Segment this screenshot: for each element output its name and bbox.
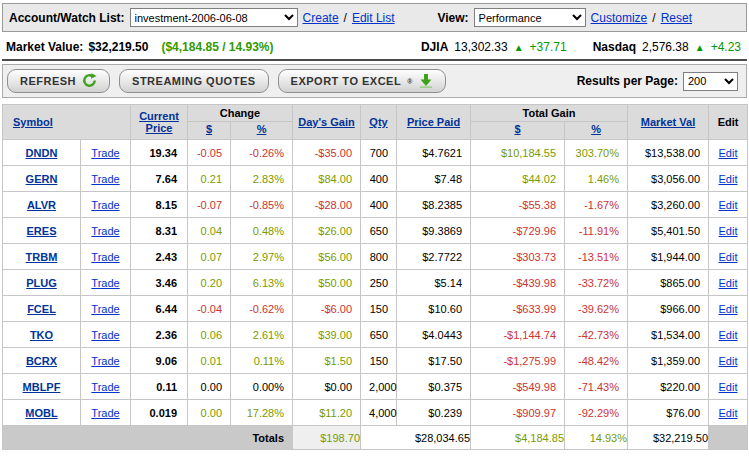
column-header-current-price[interactable]: Current Price [131, 105, 188, 140]
change-dollar-cell: 0.06 [188, 322, 231, 348]
days-gain-cell: $1.50 [293, 348, 361, 374]
streaming-quotes-button[interactable]: STREAMING QUOTES [119, 69, 269, 93]
symbol-link[interactable]: BCRX [26, 355, 57, 367]
trade-link[interactable]: Trade [91, 381, 119, 393]
view-select[interactable]: Performance [474, 8, 586, 27]
column-header-change-percent[interactable]: % [231, 122, 293, 140]
column-header-change-dollar[interactable]: $ [188, 122, 231, 140]
days-gain-cell: $39.00 [293, 322, 361, 348]
total-gain-dollar-cell: -$55.38 [471, 192, 565, 218]
customize-link[interactable]: Customize [591, 11, 648, 25]
column-header-days-gain[interactable]: Day's Gain [293, 105, 361, 140]
column-header-price-paid[interactable]: Price Paid [397, 105, 471, 140]
change-percent-cell: 0.00% [231, 374, 293, 400]
symbol-link[interactable]: ALVR [27, 199, 56, 211]
current-price-cell: 0.11 [131, 374, 188, 400]
change-percent-cell: 2.97% [231, 244, 293, 270]
edit-link[interactable]: Edit [719, 199, 738, 211]
symbol-link-cell: FCEL [3, 296, 81, 322]
symbol-link[interactable]: DNDN [26, 147, 58, 159]
column-header-edit: Edit [709, 105, 748, 140]
days-gain-cell: $0.00 [293, 374, 361, 400]
market-val-cell: $5,401.50 [628, 218, 709, 244]
symbol-link[interactable]: MOBL [25, 407, 57, 419]
market-val-cell: $220.00 [628, 374, 709, 400]
column-header-qty[interactable]: Qty [361, 105, 397, 140]
symbol-link[interactable]: PLUG [26, 277, 57, 289]
total-gain-dollar-cell: -$909.97 [471, 400, 565, 426]
trade-link[interactable]: Trade [91, 277, 119, 289]
column-header-total-gain-percent[interactable]: % [565, 122, 628, 140]
price-paid-cell: $9.3869 [397, 218, 471, 244]
trade-link[interactable]: Trade [91, 225, 119, 237]
symbol-link[interactable]: TKO [30, 329, 53, 341]
change-dollar-cell: 0.04 [188, 218, 231, 244]
symbol-link[interactable]: TRBM [26, 251, 58, 263]
market-val-cell: $13,538.00 [628, 140, 709, 166]
trade-link[interactable]: Trade [91, 355, 119, 367]
column-header-total-gain-dollar[interactable]: $ [471, 122, 565, 140]
refresh-icon [82, 73, 97, 90]
total-gain-dollar-cell: -$439.98 [471, 270, 565, 296]
symbol-link[interactable]: ERES [27, 225, 57, 237]
symbol-link-cell: ERES [3, 218, 81, 244]
trade-link-cell: Trade [81, 218, 131, 244]
edit-link[interactable]: Edit [719, 407, 738, 419]
change-dollar-cell: 0.00 [188, 374, 231, 400]
edit-link-cell: Edit [709, 374, 748, 400]
current-price-cell: 19.34 [131, 140, 188, 166]
column-header-symbol[interactable]: Symbol [3, 105, 131, 140]
current-price-cell: 8.15 [131, 192, 188, 218]
qty-cell: 800 [361, 244, 397, 270]
edit-link-cell: Edit [709, 218, 748, 244]
reset-link[interactable]: Reset [661, 11, 692, 25]
refresh-button[interactable]: REFRESH [7, 69, 110, 93]
column-header-market-val[interactable]: Market Val [628, 105, 709, 140]
edit-link[interactable]: Edit [719, 147, 738, 159]
account-watchlist-select[interactable]: investment-2006-06-08 [130, 8, 298, 27]
table-row: DNDNTrade19.34-0.05-0.26%-$35.00700$4.76… [3, 140, 748, 166]
current-price-cell: 0.019 [131, 400, 188, 426]
results-per-page-select[interactable]: 200 [683, 72, 738, 91]
symbol-link[interactable]: GERN [26, 173, 58, 185]
create-link[interactable]: Create [303, 11, 339, 25]
trade-link-cell: Trade [81, 400, 131, 426]
trade-link[interactable]: Trade [91, 173, 119, 185]
current-price-cell: 2.36 [131, 322, 188, 348]
total-gain-percent-cell: -71.43% [565, 374, 628, 400]
edit-link[interactable]: Edit [719, 381, 738, 393]
up-arrow-icon: ▲ [514, 42, 524, 53]
edit-link[interactable]: Edit [719, 277, 738, 289]
trade-link[interactable]: Trade [91, 303, 119, 315]
symbol-link[interactable]: FCEL [27, 303, 56, 315]
trade-link[interactable]: Trade [91, 407, 119, 419]
edit-link[interactable]: Edit [719, 173, 738, 185]
price-paid-cell: $4.0443 [397, 322, 471, 348]
table-row: PLUGTrade3.460.206.13%$50.00250$5.14-$43… [3, 270, 748, 296]
trade-link[interactable]: Trade [91, 147, 119, 159]
total-gain-dollar-cell: -$1,275.99 [471, 348, 565, 374]
column-group-total-gain: Total Gain [471, 105, 628, 122]
trade-link[interactable]: Trade [91, 251, 119, 263]
trade-link-cell: Trade [81, 348, 131, 374]
edit-link[interactable]: Edit [719, 355, 738, 367]
account-watchlist-label: Account/Watch List: [9, 11, 125, 25]
current-price-cell: 2.43 [131, 244, 188, 270]
change-percent-cell: 17.28% [231, 400, 293, 426]
trade-link[interactable]: Trade [91, 199, 119, 211]
edit-link-cell: Edit [709, 322, 748, 348]
edit-link[interactable]: Edit [719, 329, 738, 341]
export-to-excel-button[interactable]: EXPORT TO EXCEL® [278, 69, 446, 93]
edit-link[interactable]: Edit [719, 225, 738, 237]
market-value-gain: ($4,184.85 / 14.93%) [161, 40, 273, 54]
edit-link-cell: Edit [709, 140, 748, 166]
edit-list-link[interactable]: Edit List [352, 11, 395, 25]
nasdaq-change: +4.23 [711, 40, 741, 54]
edit-link-cell: Edit [709, 348, 748, 374]
edit-link[interactable]: Edit [719, 303, 738, 315]
edit-link[interactable]: Edit [719, 251, 738, 263]
trade-link[interactable]: Trade [91, 329, 119, 341]
change-dollar-cell: 0.01 [188, 348, 231, 374]
symbol-link[interactable]: MBLPF [23, 381, 61, 393]
djia-value: 13,302.33 [454, 40, 507, 54]
